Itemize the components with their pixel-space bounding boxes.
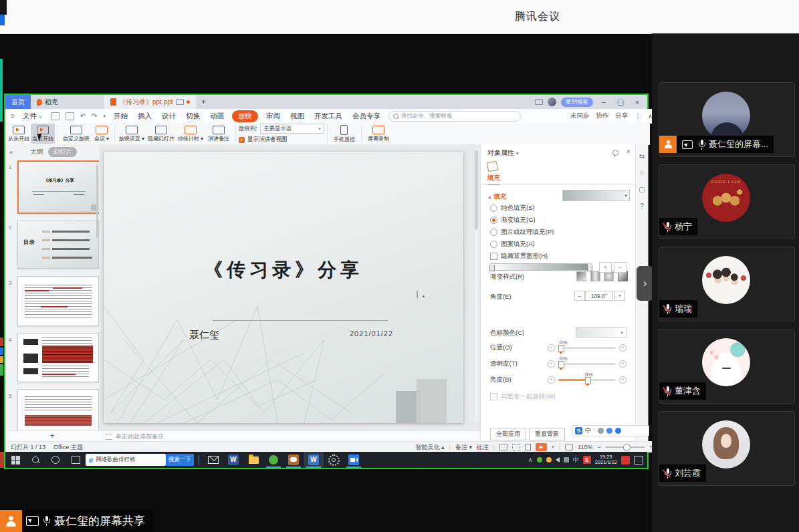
slide-thumbnail-5[interactable]: [17, 389, 99, 431]
solid-fill-radio[interactable]: [490, 205, 497, 212]
slide-thumbnail-3[interactable]: [17, 276, 99, 326]
undo-icon[interactable]: ↶: [80, 112, 86, 120]
ime-settings-icon[interactable]: [598, 428, 604, 434]
normal-view-icon[interactable]: [499, 444, 507, 450]
share-button[interactable]: 分享: [616, 112, 629, 120]
notes-toggle[interactable]: 备注 ▾: [455, 443, 472, 452]
close-panel-icon[interactable]: ×: [626, 147, 631, 155]
menu-review[interactable]: 审阅: [264, 111, 282, 122]
menu-transition[interactable]: 切换: [184, 111, 202, 122]
transparency-plus[interactable]: +: [619, 360, 626, 368]
menu-file[interactable]: 文件 ∨: [21, 111, 45, 122]
slide-author[interactable]: 聂仁玺: [189, 329, 219, 342]
browser-360-icon[interactable]: [263, 452, 283, 468]
menu-slideshow[interactable]: 放映: [232, 110, 258, 122]
zoom-level[interactable]: 110%: [578, 444, 592, 450]
tab-docer[interactable]: 稻壳: [31, 95, 64, 109]
slides-tab[interactable]: 幻灯片: [48, 147, 77, 157]
custom-show-button[interactable]: 自定义放映: [61, 124, 92, 144]
outline-tab[interactable]: 大纲: [30, 148, 43, 156]
gradient-style-2[interactable]: [590, 271, 600, 281]
menu-member[interactable]: 会员专享: [350, 111, 382, 122]
tab-home[interactable]: 首页: [5, 95, 31, 109]
tray-app-icon[interactable]: [546, 457, 552, 462]
panel-switch-icon[interactable]: ⇆: [639, 152, 645, 160]
participant-tile-4[interactable]: 董津含: [659, 329, 795, 404]
picture-fill-radio[interactable]: [490, 229, 497, 236]
reading-view-icon[interactable]: [525, 444, 531, 450]
taskbar-clock[interactable]: 19:25 2021/1/22: [595, 454, 617, 466]
command-search-input[interactable]: 查找命令、搜索模板: [388, 111, 521, 122]
gradient-style-3[interactable]: [604, 271, 614, 281]
participants-panel-toggle[interactable]: ›: [637, 266, 653, 301]
brightness-plus[interactable]: +: [619, 376, 626, 384]
menu-insert[interactable]: 插入: [136, 111, 154, 122]
menu-view[interactable]: 视图: [288, 111, 306, 122]
thumbs-scrollbar[interactable]: [96, 164, 98, 238]
gradient-stop[interactable]: [587, 263, 592, 271]
rehearse-button[interactable]: 排练计时 ▾: [177, 124, 205, 144]
brightness-minus[interactable]: −: [548, 376, 555, 384]
save-icon[interactable]: [51, 112, 60, 120]
hide-bg-checkbox[interactable]: [490, 253, 497, 260]
angle-minus-button[interactable]: −: [574, 291, 585, 301]
restore-button[interactable]: ▢: [614, 98, 626, 106]
zoom-slider[interactable]: [606, 446, 645, 448]
gradient-stop[interactable]: [489, 263, 495, 271]
from-beginning-button[interactable]: 从头开始: [7, 124, 31, 144]
collapse-panel-icon[interactable]: «: [9, 148, 13, 156]
slideshow-play-button[interactable]: ▶: [536, 443, 547, 451]
stop-color-dropdown[interactable]: ▾: [576, 327, 626, 338]
layout-icon[interactable]: ▢: [639, 186, 645, 193]
theme-name[interactable]: Office 主题: [53, 443, 83, 452]
display-target-select[interactable]: 主要显示器▾: [260, 124, 324, 134]
play-options-icon[interactable]: ▾: [552, 444, 554, 450]
sogou-logo-icon[interactable]: S: [575, 427, 582, 434]
gradient-style-1[interactable]: [576, 271, 586, 281]
sync-status[interactable]: 未同步: [570, 112, 590, 120]
taskbar-search-widget[interactable]: e 网络歌曲排行榜: [86, 454, 166, 466]
star-icon[interactable]: ☆: [639, 169, 645, 176]
angle-plus-button[interactable]: +: [614, 291, 625, 301]
angle-value[interactable]: 109.0°: [585, 291, 613, 301]
add-slide-button[interactable]: +: [45, 431, 59, 440]
slide[interactable]: 《传习录》分享 聂仁玺 2021/01/22: [104, 152, 463, 423]
brightness-slider[interactable]: 0%: [558, 379, 616, 381]
more-menu-icon[interactable]: ⋮: [635, 112, 642, 120]
comments-toggle[interactable]: 批注: [477, 443, 489, 452]
sorter-view-icon[interactable]: [512, 444, 520, 450]
redo-icon[interactable]: ↷: [92, 112, 97, 120]
remove-stop-button[interactable]: −: [614, 262, 626, 273]
participant-tile-5[interactable]: 刘芸霞: [659, 411, 795, 486]
angle-dial[interactable]: [417, 290, 418, 299]
tray-expand-icon[interactable]: ∧: [528, 456, 533, 463]
position-plus[interactable]: +: [619, 344, 626, 352]
zoom-out-button[interactable]: −: [597, 444, 600, 450]
fill-tab[interactable]: 填充: [487, 174, 500, 185]
phone-remote-button[interactable]: 手机遥控: [330, 124, 358, 144]
menu-design[interactable]: 设计: [160, 111, 178, 122]
help-icon[interactable]: ?: [640, 203, 644, 210]
fit-window-icon[interactable]: [565, 444, 573, 450]
slide-thumbnail-1[interactable]: 《传习录》分享: [17, 160, 100, 214]
message-icon[interactable]: [535, 99, 543, 105]
ime-indicator[interactable]: 中: [573, 456, 579, 464]
fill-section-header[interactable]: ▲ 填充: [487, 192, 507, 201]
explorer-icon[interactable]: [243, 452, 263, 468]
account-pill[interactable]: 签到领奖: [561, 98, 593, 107]
canvas-scrollbar[interactable]: [475, 148, 478, 422]
rotate-with-shape-checkbox[interactable]: [490, 393, 497, 400]
slide-title[interactable]: 《传习录》分享: [104, 257, 463, 283]
screen-record-button[interactable]: 屏幕录制: [364, 124, 392, 144]
hamburger-icon[interactable]: ≡: [11, 112, 15, 120]
position-minus[interactable]: −: [548, 344, 555, 352]
slide-thumbnail-4[interactable]: [17, 333, 99, 382]
tray-safe-icon[interactable]: [537, 457, 542, 462]
tab-document[interactable]: 《传习录》ppt.ppt: [104, 95, 196, 109]
search-go-button[interactable]: 搜索一下: [166, 454, 194, 466]
ime-punct-icon[interactable]: ': [594, 428, 595, 434]
toolbar-more-icon[interactable]: ▾: [103, 114, 106, 119]
gradient-style-4[interactable]: [618, 271, 628, 281]
position-slider[interactable]: 0%: [558, 347, 616, 349]
mail-app-icon[interactable]: [203, 452, 223, 468]
